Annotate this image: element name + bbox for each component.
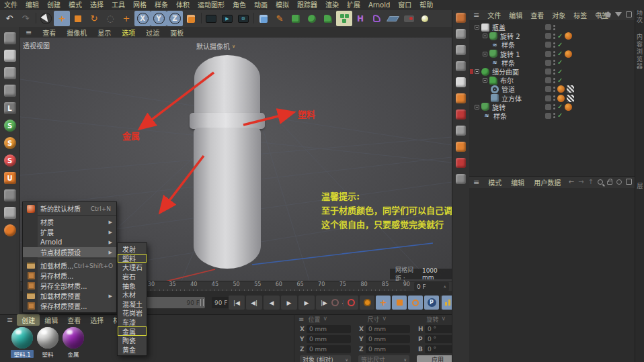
material-name[interactable]: 塑料 [36, 350, 59, 358]
panel-icon[interactable] [626, 11, 632, 17]
enable-check-icon[interactable]: ✓ [557, 77, 563, 84]
size-field[interactable]: 0 mm [366, 345, 410, 353]
dock-icon[interactable] [456, 142, 466, 152]
dock-icon[interactable] [456, 29, 466, 39]
visibility-dots[interactable] [553, 25, 555, 30]
object-tree-row[interactable]: 旋转 2 ✓ [469, 32, 635, 40]
cloner-button[interactable] [336, 11, 352, 26]
menu-item[interactable]: 角色 [229, 0, 250, 10]
enable-check-icon[interactable]: ✓ [557, 103, 563, 110]
expand-toggle[interactable] [475, 25, 479, 30]
visibility-dots[interactable] [553, 60, 555, 65]
object-name[interactable]: 样条 [493, 111, 507, 121]
menu-item[interactable]: 网格 [129, 0, 151, 10]
spline-pen-button[interactable]: ✎ [272, 11, 288, 26]
preset-menu-item[interactable]: 木材 [118, 290, 147, 300]
deformer-button[interactable] [368, 11, 385, 26]
visibility-dots[interactable] [553, 78, 555, 83]
viewport-menu-item[interactable]: 过滤 [140, 28, 165, 38]
redo-button[interactable]: ↷ [17, 11, 34, 26]
record-position-toggle[interactable]: + [376, 296, 391, 310]
preset-menu-item[interactable]: 岩石 [118, 272, 147, 281]
palette-tool-button[interactable] [4, 67, 16, 79]
up-icon[interactable]: ↑ [588, 178, 594, 185]
size-field[interactable]: 0 mm [366, 325, 410, 333]
palette-tool-button[interactable]: S [4, 154, 16, 167]
material-swatch[interactable]: 塑料.1 [11, 327, 34, 358]
panel-menu-icon[interactable]: ≡ [469, 178, 483, 187]
popup-menu-item[interactable]: 节点材质预设 ▶ [23, 247, 116, 257]
vertical-tab[interactable]: 内容浏览器 [635, 34, 644, 71]
object-tree-row[interactable]: 管道 [469, 85, 635, 93]
menu-item[interactable]: 帮助 [415, 0, 437, 10]
camera-button[interactable] [401, 11, 417, 26]
material-menu-item[interactable]: 选择 [85, 314, 108, 326]
menu-item[interactable]: 文件 [0, 0, 22, 10]
panel-menu-icon[interactable]: ≡ [3, 316, 17, 324]
visibility-dots[interactable] [553, 69, 555, 75]
layer-toggle[interactable] [545, 69, 551, 75]
popup-menu-item[interactable]: 扩展 ▶ [23, 227, 116, 237]
dock-icon[interactable] [456, 45, 466, 55]
dock-icon[interactable] [456, 109, 466, 120]
popup-menu-item[interactable]: 材质 ▶ [23, 217, 116, 227]
menu-item[interactable]: 工具 [108, 0, 129, 10]
last-tool-button[interactable]: ◌ [102, 11, 118, 26]
object-tree-row[interactable]: 细分曲面 ✓ [469, 67, 635, 76]
visibility-dots[interactable] [553, 95, 555, 101]
preset-menu-item[interactable]: 抽象 [118, 281, 147, 290]
position-field[interactable]: 0 mm [307, 345, 351, 353]
preset-menu-item[interactable]: 塑料 [118, 254, 147, 263]
viewport-menu-item[interactable]: 显示 [92, 28, 116, 38]
layer-toggle[interactable] [545, 51, 551, 57]
attribute-menu-item[interactable]: 编辑 [506, 177, 529, 187]
menu-item[interactable]: 模拟 [272, 0, 293, 10]
render-settings-button[interactable]: ⚙ [235, 11, 251, 26]
object-menu-item[interactable]: 标签 [569, 10, 591, 20]
visibility-dots[interactable] [553, 42, 555, 48]
record-rotation-toggle[interactable] [408, 296, 423, 310]
menu-item[interactable]: 扩展 [343, 0, 364, 10]
popup-menu-item[interactable]: 加载材质预置 ▶ [23, 291, 116, 301]
record-scale-toggle[interactable] [392, 296, 407, 310]
visibility-dots[interactable] [553, 113, 555, 118]
filter-icon[interactable] [615, 12, 622, 17]
menu-item[interactable]: Arnold [364, 0, 394, 10]
size-mode-dropdown[interactable]: 等比尺寸 ∨ [358, 355, 409, 362]
undo-button[interactable]: ↶ [1, 11, 17, 26]
dock-icon[interactable] [456, 61, 466, 71]
render-picture-viewer-button[interactable]: ▶ [219, 11, 235, 26]
visibility-dots[interactable] [553, 51, 555, 56]
generator-button[interactable] [304, 11, 320, 26]
dock-icon[interactable] [456, 174, 466, 184]
layer-toggle[interactable] [545, 104, 551, 110]
spinner-icon[interactable]: ∧ [444, 284, 446, 289]
enable-check-icon[interactable]: ✓ [557, 50, 563, 57]
enable-check-icon[interactable]: ✓ [557, 42, 563, 48]
layer-toggle[interactable] [545, 24, 551, 30]
preview-range-slider[interactable]: 90 F [138, 297, 205, 308]
panel-icon[interactable] [626, 179, 632, 185]
vertical-tab[interactable]: 场次 [635, 9, 644, 24]
back-icon[interactable]: ← [569, 178, 574, 185]
viewport-menu-item[interactable]: 摄像机 [61, 28, 92, 38]
material-sphere[interactable] [37, 327, 58, 349]
object-mode-dropdown[interactable]: 对象 (相对) ∨ [300, 355, 351, 362]
menu-item[interactable]: 样条 [151, 0, 172, 10]
layer-toggle[interactable] [545, 60, 551, 66]
material-sphere[interactable] [63, 327, 84, 349]
layer-toggle[interactable] [545, 42, 551, 48]
render-view-button[interactable] [203, 11, 219, 26]
palette-tool-button[interactable]: U [4, 172, 16, 184]
expand-toggle[interactable] [475, 69, 479, 74]
panel-menu-icon[interactable]: ≡ [20, 28, 37, 37]
object-tree-row[interactable]: ≈ 样条 ✓ [469, 111, 635, 120]
menu-item[interactable]: 窗口 [394, 0, 415, 10]
palette-tool-button[interactable] [4, 207, 16, 219]
menu-item[interactable]: 选择 [86, 0, 108, 10]
material-sphere[interactable] [11, 327, 33, 349]
object-menu-item[interactable]: 编辑 [505, 10, 526, 20]
dock-icon[interactable] [456, 158, 466, 168]
palette-tool-button[interactable] [4, 50, 16, 62]
layer-toggle[interactable] [545, 95, 551, 101]
